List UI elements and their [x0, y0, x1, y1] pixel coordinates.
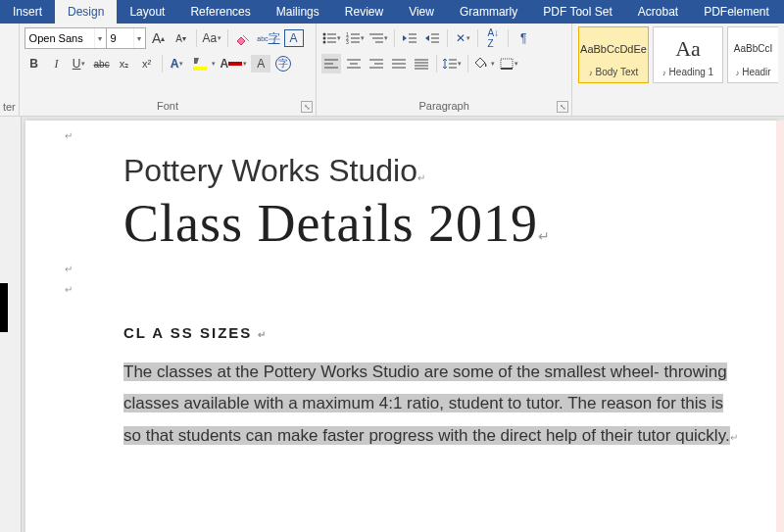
doc-title[interactable]: Class Details 2019↵	[123, 193, 739, 254]
distributed-button[interactable]	[412, 54, 431, 73]
show-paragraph-marks-button[interactable]: ¶	[514, 28, 533, 48]
svg-point-7	[323, 41, 326, 44]
tab-grammarly[interactable]: Grammarly	[447, 0, 530, 24]
bullets-button[interactable]: ▾	[321, 28, 342, 48]
align-right-button[interactable]	[367, 54, 386, 73]
multilevel-list-button[interactable]: ▾	[368, 28, 389, 48]
tab-acrobat[interactable]: Acrobat	[625, 0, 691, 24]
style-heading-1[interactable]: Aa ♪ Heading 1	[653, 26, 723, 83]
clipboard-group-cut: ter	[0, 24, 20, 116]
doc-body-paragraph[interactable]: The classes at the Pottery Works Studio …	[123, 357, 739, 452]
svg-text:3: 3	[346, 39, 349, 44]
style-heading-2[interactable]: AaBbCcI ♪ Headir	[727, 26, 778, 83]
paragraph-mark-icon: ↵	[65, 284, 739, 295]
svg-rect-43	[501, 59, 513, 69]
italic-button[interactable]: I	[47, 54, 67, 73]
grow-font-button[interactable]: A▴	[149, 28, 169, 48]
font-dialog-launcher[interactable]: ⤡	[301, 101, 313, 113]
font-size-dropdown[interactable]: ▾	[133, 28, 145, 48]
highlight-button[interactable]: ▾	[190, 54, 217, 73]
phonetic-guide-button[interactable]: abc字	[256, 28, 280, 48]
tab-review[interactable]: Review	[332, 0, 396, 24]
tab-layout[interactable]: Layout	[117, 0, 177, 24]
numbering-button[interactable]: 123▾	[345, 28, 366, 48]
svg-point-5	[323, 37, 326, 40]
doc-subtitle[interactable]: Pottery Works Studio↵	[123, 153, 739, 189]
ribbon: ter Open Sans ▾ 9 ▾ A▴ A▾ Aa▾ abc字 A	[0, 24, 784, 117]
paragraph-dialog-launcher[interactable]: ⤡	[557, 101, 568, 113]
paragraph-group-label: Paragraph	[321, 100, 566, 114]
paragraph-mark-icon: ↵	[65, 130, 739, 141]
change-case-button[interactable]: Aa▾	[202, 28, 223, 48]
paragraph-group: ▾ 123▾ ▾ ✕▾ A↓Z ¶ ▾	[317, 24, 572, 116]
font-group-label: Font	[24, 100, 312, 114]
tab-design[interactable]: Design	[55, 0, 117, 24]
ribbon-tabs: Insert Design Layout References Mailings…	[0, 0, 784, 24]
font-group: Open Sans ▾ 9 ▾ A▴ A▾ Aa▾ abc字 A B I U▾ …	[20, 24, 318, 116]
text-effects-button[interactable]: A▾	[168, 54, 187, 73]
enclose-characters-button[interactable]: 字	[273, 54, 293, 73]
font-name-dropdown[interactable]: ▾	[94, 28, 106, 48]
tab-pdf-tool-set[interactable]: PDF Tool Set	[530, 0, 624, 24]
character-shading-button[interactable]: A	[251, 55, 270, 73]
font-selector[interactable]: Open Sans ▾ 9 ▾	[24, 27, 146, 49]
clear-formatting-button[interactable]	[233, 28, 253, 48]
tab-references[interactable]: References	[177, 0, 263, 24]
character-border-button[interactable]: A	[284, 29, 304, 47]
justify-button[interactable]	[389, 54, 409, 73]
document-page[interactable]: ↵ Pottery Works Studio↵ Class Details 20…	[25, 121, 778, 532]
superscript-button[interactable]: x²	[137, 54, 157, 73]
align-left-button[interactable]	[321, 54, 341, 73]
document-area: ↵ Pottery Works Studio↵ Class Details 20…	[0, 117, 784, 532]
svg-point-3	[323, 33, 326, 36]
bold-button[interactable]: B	[24, 54, 44, 73]
svg-rect-1	[193, 67, 207, 71]
tab-insert[interactable]: Insert	[0, 0, 55, 24]
shrink-font-button[interactable]: A▾	[172, 28, 191, 48]
page-edge-decoration	[776, 121, 784, 532]
decrease-indent-button[interactable]	[400, 28, 419, 48]
align-center-button[interactable]	[344, 54, 364, 73]
sort-button[interactable]: A↓Z	[483, 28, 503, 48]
tab-view[interactable]: View	[396, 0, 447, 24]
subscript-button[interactable]: x₂	[115, 54, 134, 73]
tab-mailings[interactable]: Mailings	[264, 0, 332, 24]
styles-group: AaBbCcDdEe ♪ Body Text Aa ♪ Heading 1 Aa…	[572, 24, 784, 116]
revision-mark	[0, 283, 8, 332]
font-size-input[interactable]: 9	[106, 28, 133, 48]
font-name-input[interactable]: Open Sans	[25, 28, 94, 48]
doc-section-heading[interactable]: CL A SS SIZES ↵	[123, 324, 739, 341]
paragraph-mark-icon: ↵	[65, 264, 739, 274]
shading-button[interactable]: ▾	[473, 54, 496, 73]
borders-button[interactable]: ▾	[499, 54, 519, 73]
line-spacing-button[interactable]: ▾	[442, 54, 463, 73]
tab-pdfelement[interactable]: PDFelement	[691, 0, 782, 24]
font-color-button[interactable]: A▾	[220, 54, 249, 73]
underline-button[interactable]: U▾	[70, 54, 89, 73]
asian-layout-button[interactable]: ✕▾	[453, 28, 472, 48]
increase-indent-button[interactable]	[422, 28, 442, 48]
style-body-text[interactable]: AaBbCcDdEe ♪ Body Text	[578, 26, 649, 83]
strikethrough-button[interactable]: abc	[92, 54, 112, 73]
svg-rect-2	[228, 62, 242, 66]
